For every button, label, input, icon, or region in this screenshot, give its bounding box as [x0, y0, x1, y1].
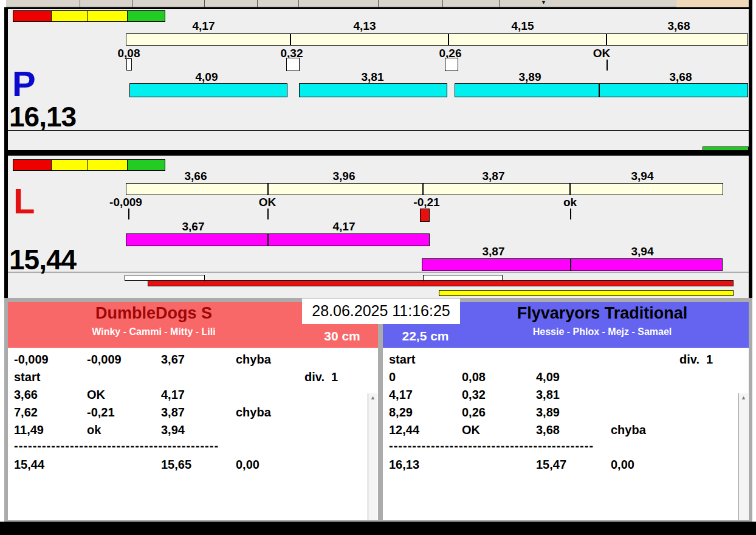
team-right-dogs: Hessie - Phlox - Mejz - Samael: [456, 326, 749, 337]
log-row-total: 16,13 15,47 0,00: [383, 458, 749, 474]
team-panel-right: Flyvaryors Traditional Hessie - Phlox - …: [383, 302, 749, 520]
status-yellow-1: [51, 10, 88, 22]
split-label: OK: [571, 47, 632, 60]
run-time-label: 4,17: [314, 220, 374, 233]
flyball-timing-screen: ▼ 4,17 4,13 4,15 3,68 0,08 0,32 0,26 OK …: [0, 0, 756, 535]
log-cell: 3,89: [536, 406, 560, 419]
log-cell: ok: [87, 423, 101, 437]
segment-time-label: 3,94: [612, 170, 673, 183]
toolbar-fragment[interactable]: ▼: [6, 0, 749, 7]
log-cell: -0,21: [87, 406, 115, 419]
scrollbar-left-table[interactable]: ▲: [368, 393, 377, 520]
status-strip-p: [13, 10, 165, 22]
status-yellow-2: [88, 10, 128, 22]
log-cell: chyba: [236, 353, 271, 367]
log-cell: div. 1: [679, 353, 713, 367]
log-cell: 4,17: [389, 388, 413, 402]
segment-divider: [606, 34, 607, 45]
log-row: -0,009 -0,009 3,67 chyba: [8, 353, 378, 368]
log-row: 11,49 ok 3,94: [8, 423, 378, 439]
lane-letter-p: P: [12, 66, 36, 102]
scroll-up-icon[interactable]: ▲: [368, 393, 377, 402]
team-left-log: -0,009 -0,009 3,67 chyba start div. 1 3,…: [8, 348, 378, 520]
status-green: [127, 10, 165, 22]
run-time-label: 3,81: [342, 71, 403, 84]
log-cell: 0,32: [462, 388, 486, 402]
log-cell: 0,26: [462, 406, 486, 419]
status-red: [13, 159, 52, 171]
segment-bar-p: [126, 33, 748, 46]
segment-divider: [290, 34, 291, 45]
toolbar-separator: [257, 0, 258, 7]
bottom-black-bar: [0, 522, 756, 535]
lane-panel-p: 4,17 4,13 4,15 3,68 0,08 0,32 0,26 OK 4,…: [8, 7, 749, 150]
segment-time-label: 3,68: [648, 19, 709, 33]
lane-separator-bar: [4, 150, 752, 156]
log-cell: chyba: [611, 423, 646, 437]
segment-divider: [267, 234, 269, 246]
toolbar-separator: [132, 0, 133, 7]
split-marker-fault-box: [420, 209, 430, 222]
log-cell: 0,00: [236, 458, 259, 472]
status-green: [127, 159, 165, 171]
log-cell: 12,44: [389, 423, 419, 437]
timestamp: 28.06.2025 11:16:25: [302, 299, 460, 324]
run-time-label: 4,09: [176, 71, 237, 84]
log-cell: 0,08: [462, 370, 486, 384]
white-outline-bar-1: [125, 275, 205, 281]
segment-divider: [569, 184, 571, 195]
status-strip-l: [13, 159, 165, 171]
log-cell: 15,65: [161, 458, 191, 472]
run-bar-p-2: [299, 83, 447, 97]
run-bar-l-2: [422, 258, 723, 271]
log-cell: 3,81: [536, 388, 560, 402]
toolbar-separator: [499, 0, 500, 7]
segment-time-label: 4,15: [492, 19, 553, 33]
log-cell: chyba: [236, 406, 271, 419]
log-cell: 3,67: [161, 353, 185, 367]
split-marker-tick: [607, 60, 608, 71]
lane-divider-line: [8, 272, 749, 272]
log-cell: start: [14, 370, 40, 384]
penalty-yellow-bar: [439, 290, 734, 296]
log-cell: 11,49: [14, 423, 44, 437]
split-label: -0,21: [396, 196, 457, 209]
run-time-label: 3,89: [500, 71, 560, 84]
split-label: -0,009: [95, 196, 156, 209]
log-row: 4,17 0,32 3,81: [383, 388, 749, 404]
segment-bar-l: [126, 183, 723, 195]
log-row: 8,29 0,26 3,89: [383, 406, 749, 421]
team-left-name: DumbleDogs S: [8, 304, 300, 323]
log-cell: 4,09: [536, 370, 560, 384]
segment-time-label: 3,87: [463, 170, 524, 183]
log-row: start div. 1: [383, 353, 749, 368]
log-cell: div. 1: [304, 370, 338, 384]
segment-time-label: 4,13: [334, 19, 395, 33]
log-cell: 3,68: [536, 423, 560, 437]
log-cell: 15,47: [536, 458, 566, 472]
split-label: ok: [540, 196, 600, 209]
split-marker-narrow-box: [126, 58, 132, 71]
scrollbar-right-table[interactable]: ▲: [738, 393, 748, 520]
fault-red-bar: [148, 280, 734, 286]
scroll-up-icon[interactable]: ▲: [739, 393, 748, 402]
toolbar-separator: [442, 0, 443, 7]
status-yellow-1: [51, 159, 88, 171]
log-cell: 7,62: [14, 406, 38, 419]
team-right-log: start div. 1 0 0,08 4,09 4,17 0,32 3,81 …: [383, 348, 749, 520]
segment-time-label: 3,96: [314, 170, 374, 183]
team-panel-left: DumbleDogs S Winky - Cammi - Mitty - Lil…: [8, 302, 378, 520]
log-cell: 3,94: [161, 423, 185, 437]
run-time-label: 3,87: [463, 245, 524, 258]
log-cell: 3,87: [161, 406, 185, 419]
log-separator: ----------------------------------------…: [8, 439, 378, 455]
segment-divider: [448, 34, 449, 45]
segment-time-label: 4,17: [173, 19, 234, 33]
log-cell: -0,009: [14, 353, 49, 367]
toolbar-tan-block: [676, 0, 749, 7]
dropdown-arrow-icon[interactable]: ▼: [541, 0, 546, 5]
status-yellow-2: [88, 159, 128, 171]
log-cell: 4,17: [161, 388, 185, 402]
run-bar-p-1: [129, 83, 287, 97]
toolbar-separator: [80, 0, 80, 7]
